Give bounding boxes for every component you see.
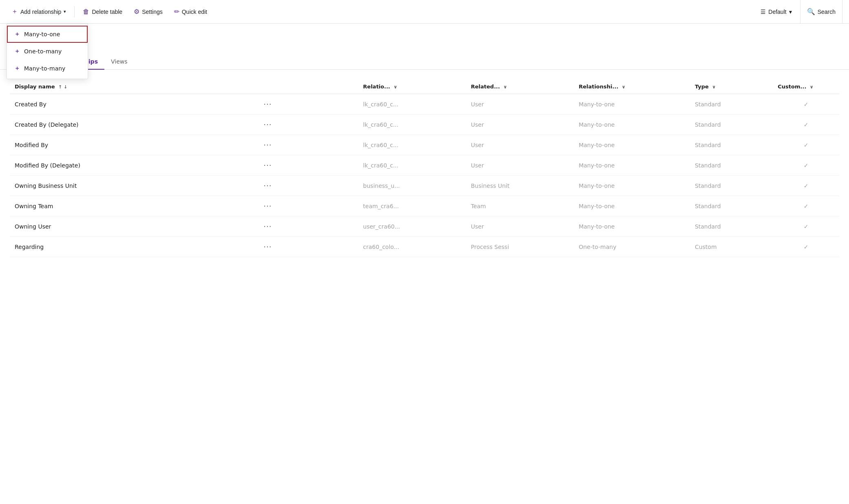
col-header-type[interactable]: Type ∨ <box>690 79 773 94</box>
chevron-down-relationship: ∨ <box>622 84 626 90</box>
cell-display-name: Modified By (Delegate) <box>10 155 259 176</box>
cell-related: Process Sessi <box>466 237 574 257</box>
cell-type: Standard <box>690 135 773 155</box>
cell-relationship: Many-to-one <box>574 196 690 216</box>
cell-relatio: cra60_colo... <box>358 237 466 257</box>
cell-row-actions[interactable]: ··· <box>259 94 358 114</box>
plus-icon-otm: ＋ <box>14 48 20 55</box>
table-row: Owning Business Unit ··· business_u... B… <box>10 176 839 196</box>
cell-custom: ✓ <box>773 114 839 135</box>
cell-display-name: Created By <box>10 94 259 114</box>
cell-row-actions[interactable]: ··· <box>259 216 358 237</box>
cell-display-name: Owning Team <box>10 196 259 216</box>
quick-edit-button[interactable]: ✏ Quick edit <box>169 5 212 18</box>
relationships-table: Display name ↑ ↓ Relatio... ∨ Related...… <box>10 79 839 257</box>
cell-row-actions[interactable]: ··· <box>259 196 358 216</box>
col-header-dots <box>259 79 358 94</box>
dropdown-item-many-to-one[interactable]: ＋ Many-to-one <box>7 26 88 43</box>
col-header-relationship[interactable]: Relationshi... ∨ <box>574 79 690 94</box>
cell-display-name: Owning User <box>10 216 259 237</box>
search-button[interactable]: 🔍 Search <box>800 0 842 24</box>
search-icon: 🔍 <box>807 8 815 15</box>
chevron-down-icon-2: ▾ <box>789 9 792 15</box>
page-title: Color <box>10 38 839 49</box>
cell-relatio: business_u... <box>358 176 466 196</box>
chevron-down-related: ∨ <box>503 84 507 90</box>
cell-type: Standard <box>690 114 773 135</box>
table-row: Modified By (Delegate) ··· lk_cra60_c...… <box>10 155 839 176</box>
cell-related: Business Unit <box>466 176 574 196</box>
cell-custom: ✓ <box>773 155 839 176</box>
tabs-bar: Columns Relationships Views <box>0 54 849 70</box>
dropdown-item-many-to-many[interactable]: ＋ Many-to-many <box>7 60 88 77</box>
dropdown-item-one-to-many[interactable]: ＋ One-to-many <box>7 43 88 60</box>
cell-relationship: Many-to-one <box>574 94 690 114</box>
tab-views[interactable]: Views <box>104 54 134 70</box>
table-row: Regarding ··· cra60_colo... Process Sess… <box>10 237 839 257</box>
cell-row-actions[interactable]: ··· <box>259 155 358 176</box>
list-icon: ☰ <box>761 9 766 15</box>
cell-custom: ✓ <box>773 176 839 196</box>
cell-custom: ✓ <box>773 216 839 237</box>
sort-icons: ↑ ↓ <box>58 84 67 90</box>
chevron-down-type: ∨ <box>712 84 716 90</box>
relationship-dropdown: ＋ Many-to-one ＋ One-to-many ＋ Many-to-ma… <box>7 24 88 79</box>
cell-relatio: lk_cra60_c... <box>358 114 466 135</box>
cell-custom: ✓ <box>773 94 839 114</box>
delete-table-button[interactable]: 🗑 Delete table <box>78 6 127 18</box>
cell-custom: ✓ <box>773 196 839 216</box>
table-row: Created By ··· lk_cra60_c... User Many-t… <box>10 94 839 114</box>
cell-row-actions[interactable]: ··· <box>259 135 358 155</box>
chevron-down-relatio: ∨ <box>394 84 397 90</box>
col-header-display-name[interactable]: Display name ↑ ↓ <box>10 79 259 94</box>
cell-relatio: lk_cra60_c... <box>358 135 466 155</box>
breadcrumb: Tables › Color <box>10 30 839 36</box>
settings-button[interactable]: ⚙ Settings <box>129 5 168 18</box>
col-header-relatio[interactable]: Relatio... ∨ <box>358 79 466 94</box>
cell-relationship: Many-to-one <box>574 176 690 196</box>
plus-icon-mto: ＋ <box>14 31 20 38</box>
cell-relatio: team_cra6... <box>358 196 466 216</box>
cell-display-name: Regarding <box>10 237 259 257</box>
toolbar-right: ☰ Default ▾ 🔍 Search <box>756 0 842 24</box>
cell-row-actions[interactable]: ··· <box>259 176 358 196</box>
chevron-down-icon: ▾ <box>64 9 66 14</box>
separator-1 <box>74 6 75 18</box>
chevron-down-custom: ∨ <box>810 84 814 90</box>
cell-type: Standard <box>690 216 773 237</box>
dropdown-item-label-mtm: Many-to-many <box>24 65 65 72</box>
cell-relatio: lk_cra60_c... <box>358 155 466 176</box>
cell-relationship: Many-to-one <box>574 114 690 135</box>
plus-icon-mtm: ＋ <box>14 65 20 72</box>
cell-row-actions[interactable]: ··· <box>259 114 358 135</box>
cell-related: User <box>466 94 574 114</box>
plus-icon: ＋ <box>11 7 18 16</box>
cell-relationship: Many-to-one <box>574 155 690 176</box>
col-header-custom[interactable]: Custom... ∨ <box>773 79 839 94</box>
cell-relationship: Many-to-one <box>574 216 690 237</box>
default-view-button[interactable]: ☰ Default ▾ <box>756 6 796 18</box>
cell-related: User <box>466 135 574 155</box>
trash-icon: 🗑 <box>83 8 89 15</box>
dropdown-item-label-mto: Many-to-one <box>24 31 60 37</box>
cell-row-actions[interactable]: ··· <box>259 237 358 257</box>
col-header-related[interactable]: Related... ∨ <box>466 79 574 94</box>
cell-relatio: user_cra60... <box>358 216 466 237</box>
cell-type: Standard <box>690 176 773 196</box>
add-relationship-button[interactable]: ＋ Add relationship ▾ <box>7 5 71 18</box>
dropdown-item-label-otm: One-to-many <box>24 48 62 55</box>
cell-related: Team <box>466 196 574 216</box>
cell-relationship: Many-to-one <box>574 135 690 155</box>
cell-display-name: Created By (Delegate) <box>10 114 259 135</box>
cell-relationship: One-to-many <box>574 237 690 257</box>
cell-related: User <box>466 155 574 176</box>
table-row: Owning Team ··· team_cra6... Team Many-t… <box>10 196 839 216</box>
toolbar: ＋ Add relationship ▾ 🗑 Delete table ⚙ Se… <box>0 0 849 24</box>
cell-display-name: Owning Business Unit <box>10 176 259 196</box>
cell-related: User <box>466 216 574 237</box>
cell-type: Custom <box>690 237 773 257</box>
table-row: Created By (Delegate) ··· lk_cra60_c... … <box>10 114 839 135</box>
cell-custom: ✓ <box>773 237 839 257</box>
cell-type: Standard <box>690 94 773 114</box>
pencil-icon: ✏ <box>174 8 179 15</box>
